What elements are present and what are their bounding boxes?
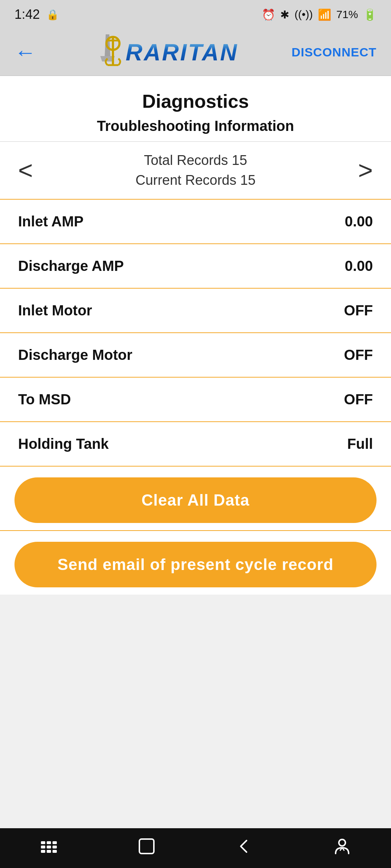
svg-rect-15 — [139, 839, 154, 854]
page-subtitle: Troubleshooting Information — [0, 116, 391, 142]
svg-point-16 — [339, 839, 345, 846]
lock-icon: 🔒 — [46, 9, 59, 21]
back-button[interactable]: ← — [14, 42, 36, 63]
nav-bar: ← RARITAN DISCONNECT — [0, 29, 391, 76]
android-nav-bar — [0, 828, 391, 868]
svg-rect-7 — [47, 841, 51, 844]
holding-tank-label: Holding Tank — [18, 436, 109, 452]
records-navigation: < Total Records 15 Current Records 15 > — [0, 142, 391, 200]
svg-rect-9 — [41, 846, 45, 848]
logo-anchor-graphic — [89, 33, 126, 72]
svg-rect-8 — [52, 841, 57, 844]
bluetooth-icon: ✱ — [280, 8, 289, 21]
send-email-button[interactable]: Send email of present cycle record — [14, 542, 377, 587]
records-info: Total Records 15 Current Records 15 — [135, 153, 256, 188]
svg-rect-11 — [52, 846, 57, 848]
send-email-container: Send email of present cycle record — [0, 531, 391, 595]
to-msd-label: To MSD — [18, 391, 71, 408]
to-msd-row: To MSD OFF — [0, 378, 391, 422]
inlet-amp-row: Inlet AMP 0.00 — [0, 200, 391, 244]
clear-data-container: Clear All Data — [0, 467, 391, 531]
records-next-button[interactable]: > — [358, 158, 373, 183]
app-logo: RARITAN — [89, 33, 238, 72]
status-icons: ⏰ ✱ ((•)) 📶 71% 🔋 — [262, 8, 377, 21]
to-msd-value: OFF — [344, 391, 373, 408]
holding-tank-value: Full — [347, 436, 373, 452]
inlet-amp-label: Inlet AMP — [18, 213, 84, 230]
svg-rect-10 — [47, 846, 51, 848]
android-home-icon[interactable] — [137, 837, 156, 860]
page-title: Diagnostics — [0, 76, 391, 116]
discharge-motor-row: Discharge Motor OFF — [0, 333, 391, 378]
disconnect-button[interactable]: DISCONNECT — [291, 45, 377, 59]
clear-all-data-button[interactable]: Clear All Data — [14, 477, 377, 523]
status-time: 1:42 — [14, 7, 40, 22]
discharge-amp-value: 0.00 — [345, 258, 373, 274]
main-content: Diagnostics Troubleshooting Information … — [0, 76, 391, 828]
alarm-icon: ⏰ — [262, 8, 275, 21]
discharge-motor-label: Discharge Motor — [18, 347, 133, 363]
discharge-amp-row: Discharge AMP 0.00 — [0, 244, 391, 289]
svg-rect-14 — [52, 850, 57, 853]
inlet-motor-row: Inlet Motor OFF — [0, 289, 391, 333]
android-menu-icon[interactable] — [39, 838, 58, 858]
battery-indicator: 71% — [336, 8, 358, 21]
bottom-filler — [0, 595, 391, 828]
svg-rect-13 — [47, 850, 51, 853]
wifi-icon: ((•)) — [294, 8, 312, 21]
inlet-motor-label: Inlet Motor — [18, 302, 92, 319]
current-records-label: Current Records 15 — [135, 173, 256, 188]
records-prev-button[interactable]: < — [18, 158, 33, 183]
signal-icon: 📶 — [318, 8, 331, 21]
inlet-motor-value: OFF — [344, 302, 373, 319]
holding-tank-row: Holding Tank Full — [0, 422, 391, 467]
total-records-label: Total Records 15 — [135, 153, 256, 168]
svg-rect-12 — [41, 850, 45, 853]
battery-icon: 🔋 — [363, 8, 377, 21]
android-back-icon[interactable] — [235, 837, 254, 860]
discharge-amp-label: Discharge AMP — [18, 258, 124, 274]
android-profile-icon[interactable] — [333, 837, 352, 860]
logo-text: RARITAN — [126, 39, 238, 66]
svg-rect-6 — [41, 841, 45, 844]
inlet-amp-value: 0.00 — [345, 213, 373, 230]
discharge-motor-value: OFF — [344, 347, 373, 363]
status-bar: 1:42 🔒 ⏰ ✱ ((•)) 📶 71% 🔋 — [0, 0, 391, 29]
